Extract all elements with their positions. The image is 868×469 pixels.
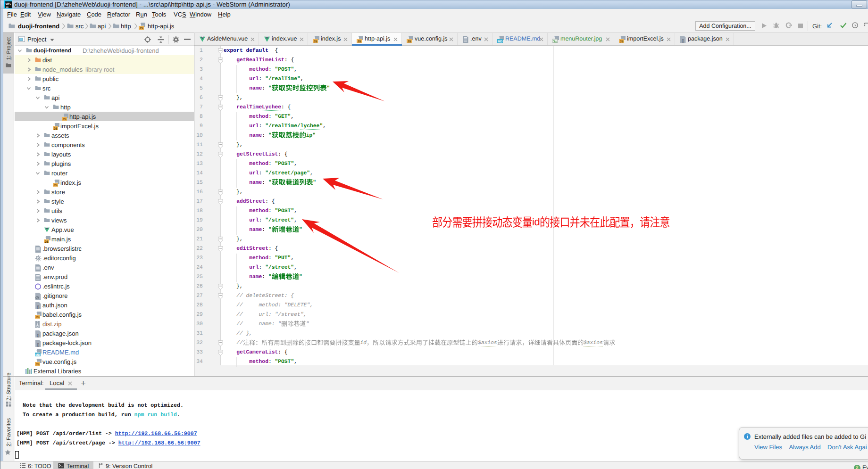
svg-text:JS: JS: [44, 240, 49, 243]
svg-text:JS: JS: [62, 118, 67, 121]
svg-text:{}: {}: [37, 305, 40, 309]
svg-text:JS: JS: [53, 184, 58, 187]
svg-text:MD: MD: [35, 354, 40, 356]
svg-text:JS: JS: [139, 27, 143, 30]
svg-text:JS: JS: [619, 40, 624, 43]
svg-text:JS: JS: [53, 127, 58, 130]
svg-text:MD: MD: [498, 40, 502, 43]
svg-text:JS: JS: [35, 316, 40, 319]
svg-text:{}: {}: [37, 343, 40, 347]
svg-text:JS: JS: [313, 40, 317, 43]
svg-text:JS: JS: [35, 363, 40, 366]
svg-text:{}: {}: [37, 333, 40, 337]
svg-text:JS: JS: [357, 40, 361, 43]
svg-text:{}: {}: [682, 39, 684, 43]
svg-text:JS: JS: [407, 40, 411, 43]
